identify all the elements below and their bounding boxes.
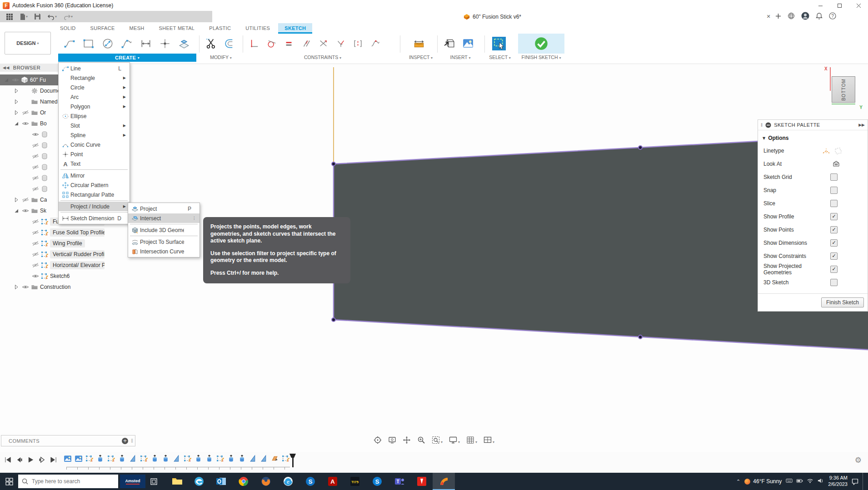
visibility-off-icon[interactable] xyxy=(32,229,39,236)
visibility-on-icon[interactable] xyxy=(12,76,19,84)
tab-utilities[interactable]: UTILITIES xyxy=(239,23,276,34)
help-icon[interactable]: ? xyxy=(829,12,836,21)
viewcube-face[interactable]: BOTTOM xyxy=(832,76,855,103)
timeline-feature-extrude-9[interactable] xyxy=(151,455,159,462)
timeline-feature-sketch-3[interactable] xyxy=(85,455,93,462)
ribbon-tool-image-icon[interactable] xyxy=(459,35,477,53)
visibility-off-icon[interactable] xyxy=(32,185,39,193)
timeline-feature-extrude-10[interactable] xyxy=(162,455,170,462)
workspace-selector[interactable]: DESIGN ▾ xyxy=(5,32,51,54)
create-menu-item-rectangular-pattern[interactable]: Rectangular Pattern xyxy=(59,190,130,199)
ribbon-tool-sym-icon[interactable] xyxy=(315,35,332,53)
timeline-play-button[interactable] xyxy=(27,456,34,465)
timeline-feature-extrude-14[interactable] xyxy=(205,455,213,462)
ribbon-tool-line-icon[interactable] xyxy=(60,35,79,53)
timeline-feature-mirror-11[interactable] xyxy=(173,455,180,462)
visibility-off-icon[interactable] xyxy=(32,240,39,247)
palette-options-section[interactable]: ▼ Options xyxy=(758,130,868,144)
ribbon-tool-circle-icon[interactable] xyxy=(99,35,117,53)
minimize-button[interactable] xyxy=(811,0,830,11)
checkbox-show-projected-geometries[interactable]: ✓ xyxy=(830,266,838,273)
checkbox-show-dimensions[interactable]: ✓ xyxy=(830,239,838,247)
visibility-off-icon[interactable] xyxy=(22,196,29,203)
tray-expand-icon[interactable]: ⌃ xyxy=(736,479,740,485)
nav-display-icon[interactable]: ▾ xyxy=(448,435,461,445)
ribbon-group-label-insert[interactable]: INSERT ▾ xyxy=(450,54,470,60)
taskbar-outlook-icon[interactable] xyxy=(210,473,232,490)
taskbar-edge-icon[interactable] xyxy=(188,473,210,490)
weather-widget[interactable]: 46°F Sunny xyxy=(744,478,782,485)
taskbar-teams-icon[interactable]: T xyxy=(388,473,410,490)
new-tab-icon[interactable] xyxy=(775,13,781,20)
create-menu-item-conic-curve[interactable]: Conic Curve xyxy=(59,140,130,149)
visibility-off-icon[interactable] xyxy=(32,163,39,171)
timeline-feature-plane-20[interactable] xyxy=(271,455,279,462)
start-button[interactable] xyxy=(0,473,18,490)
data-panel-toggle[interactable] xyxy=(4,12,15,22)
browser-row-horizontal-elevator-profile[interactable]: Horizontal/ Elevator Profile xyxy=(0,260,105,271)
checkbox-3d-sketch[interactable] xyxy=(830,279,838,286)
checkbox-show-profile[interactable]: ✓ xyxy=(830,213,838,220)
taskbar-explorer-icon[interactable]: e xyxy=(277,473,299,490)
create-menu-item-sketch-dimension[interactable]: Sketch DimensionD xyxy=(59,213,130,223)
timeline-step-back-button[interactable] xyxy=(16,456,23,465)
timeline-feature-extrude-6[interactable] xyxy=(118,455,126,462)
ribbon-group-label-inspect[interactable]: INSPECT ▾ xyxy=(409,54,433,60)
checkbox-sketch-grid[interactable] xyxy=(830,173,838,181)
close-document-tab-icon[interactable]: ✕ xyxy=(764,12,773,20)
submenu-item-project[interactable]: ProjectP xyxy=(128,204,200,213)
taskbar-chrome-icon[interactable] xyxy=(232,473,254,490)
document-tab[interactable]: 60" Fusion Stick v6* xyxy=(212,11,773,23)
create-menu-item-slot[interactable]: Slot▶ xyxy=(59,121,130,130)
taskbar-adobe-icon[interactable] xyxy=(410,473,433,490)
create-menu-item-mirror[interactable]: Mirror xyxy=(59,171,130,180)
timeline-feature-canvas-1[interactable] xyxy=(64,455,71,462)
taskbar-ti75-icon[interactable]: TI75 xyxy=(344,473,366,490)
create-menu-item-spline[interactable]: Spline▶ xyxy=(59,130,130,140)
create-menu-item-text[interactable]: AText xyxy=(59,159,130,168)
maximize-button[interactable] xyxy=(830,0,849,11)
visibility-off-icon[interactable] xyxy=(32,218,39,225)
visibility-on-icon[interactable] xyxy=(22,120,29,127)
timeline-feature-extrude-16[interactable] xyxy=(227,455,235,462)
visibility-off-icon[interactable] xyxy=(32,153,39,160)
nav-lookat-icon[interactable] xyxy=(387,435,397,445)
collapse-icon[interactable] xyxy=(3,76,10,84)
ribbon-group-label-select[interactable]: SELECT ▾ xyxy=(489,54,511,60)
timeline-feature-mirror-19[interactable] xyxy=(260,455,268,462)
tray-network-wifi-icon[interactable] xyxy=(807,477,813,485)
show-desktop-button[interactable] xyxy=(863,473,865,490)
profile-avatar[interactable] xyxy=(801,12,809,21)
visibility-on-icon[interactable] xyxy=(22,207,29,214)
comments-grip[interactable]: ‖ xyxy=(131,438,133,444)
nav-viewports-icon[interactable]: ▾ xyxy=(483,435,495,445)
centerline-linetype-icon[interactable] xyxy=(834,147,842,154)
timeline-feature-sketch-5[interactable] xyxy=(107,455,115,462)
collapse-icon[interactable] xyxy=(13,120,20,127)
timeline-feature-sketch-15[interactable] xyxy=(216,455,224,462)
browser-row-construction[interactable]: Construction xyxy=(0,282,105,292)
look-at-icon[interactable] xyxy=(832,160,840,168)
ribbon-tool-curv-icon[interactable] xyxy=(333,35,349,53)
taskbar-skype-icon[interactable]: S xyxy=(366,473,388,490)
collapse-icon[interactable] xyxy=(13,207,20,214)
tray-battery-icon[interactable] xyxy=(796,477,803,485)
notifications-bell-icon[interactable] xyxy=(816,12,823,21)
ribbon-tool-dim-icon[interactable] xyxy=(137,35,155,53)
submenu-item-project-to-surface[interactable]: Project To Surface xyxy=(128,237,200,247)
save-button[interactable] xyxy=(32,12,43,22)
timeline-feature-extrude-17[interactable] xyxy=(238,455,246,462)
create-menu-item-ellipse[interactable]: Ellipse xyxy=(59,111,130,121)
create-menu-item-arc[interactable]: Arc▶ xyxy=(59,92,130,102)
submenu-item-intersection-curve[interactable]: Intersection Curve xyxy=(128,247,200,256)
browser-row-fuse-solid-top-profile[interactable]: Fuse Solid Top Profile xyxy=(0,227,105,238)
visibility-on-icon[interactable] xyxy=(22,283,29,291)
timeline-step-forward-button[interactable] xyxy=(39,456,45,465)
tab-solid[interactable]: SOLID xyxy=(54,23,82,34)
view-cube[interactable]: X BOTTOM Y xyxy=(823,66,863,111)
tray-touch-keyboard-icon[interactable] xyxy=(786,477,793,485)
action-center-icon[interactable] xyxy=(852,478,858,485)
redo-button[interactable]: ▾ xyxy=(61,12,75,22)
visibility-off-icon[interactable] xyxy=(32,262,39,269)
ribbon-tool-trim-icon[interactable] xyxy=(202,35,220,53)
